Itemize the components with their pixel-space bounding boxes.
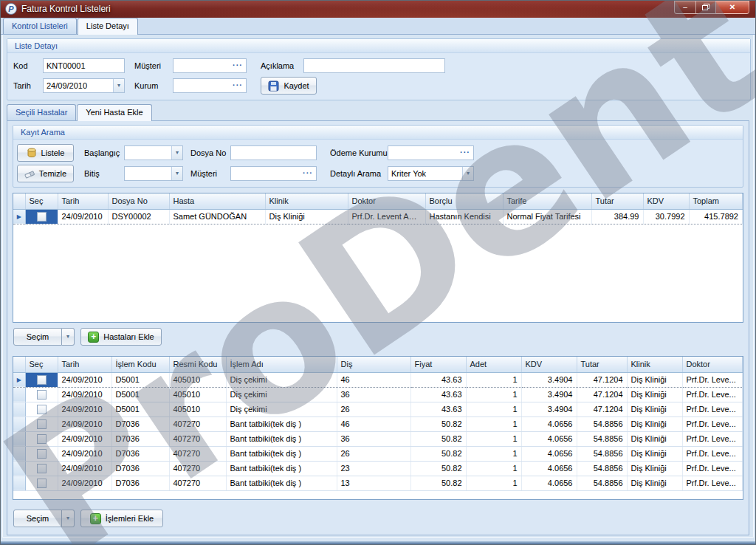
cell[interactable]: 407270 [169,461,226,476]
cell[interactable]: Bant tatbiki(tek diş ) [226,431,337,446]
cell[interactable]: 46 [337,372,410,387]
cell[interactable]: 24/09/2010 [58,387,111,402]
cell[interactable]: Prf.Dr. Leve... [682,461,743,476]
table-row[interactable]: 24/09/2010D7036407270Bant tatbiki(tek di… [13,431,743,446]
cell[interactable]: 13 [337,476,410,490]
column-header[interactable]: Tarih [58,193,108,209]
patients-grid[interactable]: SeçTarihDosya NoHastaKlinikDoktorBorçluT… [13,193,743,323]
cell[interactable]: 4.0656 [521,461,577,476]
ellipsis-button[interactable]: ··· [460,146,470,158]
table-row[interactable]: ▶24/09/2010D5001405010Diş çekimi4643.631… [13,372,743,387]
chevron-down-icon[interactable]: ▾ [171,146,182,160]
cell[interactable]: Normal Fiyat Tarifesi [503,209,591,224]
cell[interactable]: Prf.Dr. Leve... [682,402,743,417]
cell[interactable]: Diş Kliniği [265,209,348,224]
cell[interactable]: 1 [466,446,521,461]
cell[interactable]: Prf.Dr. Leve... [682,387,743,402]
listele-button[interactable]: Listele [17,144,74,162]
chevron-down-icon[interactable]: ▾ [171,167,182,180]
column-header[interactable]: Dosya No [108,193,169,209]
table-row[interactable]: ▶24/09/2010DSY00002Samet GÜNDOĞANDiş Kli… [13,209,743,224]
cell[interactable]: 50.82 [410,446,466,461]
table-row[interactable]: 24/09/2010D5001405010Diş çekimi2643.6313… [13,402,743,417]
column-header[interactable]: Resmi Kodu [169,357,226,372]
table-row[interactable]: 24/09/2010D7036407270Bant tatbiki(tek di… [13,417,743,431]
row-checkbox[interactable] [37,434,47,444]
table-row[interactable]: 24/09/2010D7036407270Bant tatbiki(tek di… [13,476,743,490]
column-header[interactable]: Klinik [627,357,682,372]
table-row[interactable]: 24/09/2010D7036407270Bant tatbiki(tek di… [13,461,743,476]
cell[interactable]: 54.8856 [577,446,627,461]
odeme-kurumu-lookup[interactable]: ··· [388,145,474,160]
row-checkbox[interactable] [37,479,47,488]
column-header[interactable]: İşlem Adı [226,357,337,372]
cell[interactable]: 384.99 [591,209,643,224]
secim-button[interactable]: Seçim [13,510,62,527]
column-header[interactable]: Hasta [169,193,265,209]
cell[interactable]: 415.7892 [689,209,743,224]
cell[interactable]: 50.82 [410,417,466,431]
cell[interactable]: Diş Kliniği [627,476,682,490]
cell[interactable]: Samet GÜNDOĞAN [169,209,265,224]
select-cell[interactable] [25,431,58,446]
secim-dropdown-arrow[interactable]: ▾ [62,510,75,527]
column-header[interactable]: KDV [643,193,689,209]
select-cell[interactable] [25,402,58,417]
bitis-datepicker[interactable]: ▾ [124,166,183,181]
musteri-arama-lookup[interactable]: ··· [230,166,317,181]
cell[interactable]: D5001 [111,402,169,417]
cell[interactable]: 30.7992 [643,209,689,224]
cell[interactable]: 24/09/2010 [58,446,111,461]
cell[interactable]: 43.63 [410,387,466,402]
cell[interactable]: 1 [466,372,521,387]
cell[interactable]: 46 [337,417,410,431]
cell[interactable]: 407270 [169,431,226,446]
cell[interactable]: 43.63 [410,402,466,417]
select-cell[interactable] [25,417,58,431]
cell[interactable]: Prf.Dr. Leve... [682,476,743,490]
chevron-down-icon[interactable]: ▾ [113,79,124,92]
cell[interactable]: 47.1204 [577,372,627,387]
cell[interactable]: 54.8856 [577,417,627,431]
maximize-button[interactable] [695,1,716,14]
cell[interactable]: 24/09/2010 [58,476,111,490]
tab-liste-detayi[interactable]: Liste Detayı [78,18,138,35]
chevron-down-icon[interactable]: ▾ [462,167,473,180]
cell[interactable]: 47.1204 [577,402,627,417]
cell[interactable]: 54.8856 [577,431,627,446]
column-header[interactable]: Tarih [58,357,111,372]
column-header[interactable]: Tarife [503,193,591,209]
minimize-button[interactable]: – [674,1,695,14]
select-cell[interactable] [25,372,58,387]
column-header[interactable]: Tutar [577,357,627,372]
temizle-button[interactable]: Temizle [17,165,74,182]
kurum-lookup[interactable]: ··· [173,78,247,93]
cell[interactable]: D7036 [111,431,169,446]
cell[interactable]: 24/09/2010 [58,461,111,476]
cell[interactable]: 47.1204 [577,387,627,402]
islemleri-ekle-button[interactable]: + İşlemleri Ekle [80,510,163,527]
row-checkbox[interactable] [37,375,47,385]
cell[interactable]: 1 [466,431,521,446]
cell[interactable]: 407270 [169,476,226,490]
cell[interactable]: 3.4904 [521,402,577,417]
select-cell[interactable] [25,209,58,224]
cell[interactable]: 24/09/2010 [58,402,111,417]
column-header[interactable]: Toplam [689,193,743,209]
cell[interactable]: D7036 [111,476,169,490]
row-checkbox[interactable] [37,449,47,459]
cell[interactable]: Prf.Dr. Leve... [682,417,743,431]
cell[interactable]: 26 [337,402,410,417]
cell[interactable]: D7036 [111,461,169,476]
cell[interactable]: Prf.Dr. Leve... [682,431,743,446]
row-checkbox[interactable] [37,419,47,429]
cell[interactable]: Diş Kliniği [627,402,682,417]
tarih-datepicker[interactable]: 24/09/2010 ▾ [43,78,125,93]
column-header[interactable]: Klinik [265,193,348,209]
table-row[interactable]: 24/09/2010D7036407270Bant tatbiki(tek di… [13,446,743,461]
cell[interactable]: Diş çekimi [226,372,337,387]
column-header[interactable]: Doktor [682,357,743,372]
kod-input[interactable]: KNT00001 [43,58,125,73]
column-header[interactable]: Fiyat [410,357,466,372]
cell[interactable]: 407270 [169,446,226,461]
